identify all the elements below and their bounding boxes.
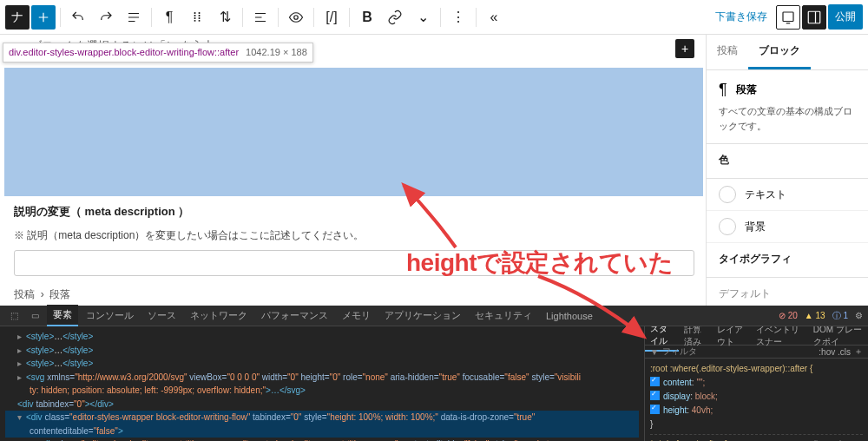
paragraph-icon: ¶ — [719, 81, 727, 99]
swatch-icon — [719, 218, 736, 235]
more-icon[interactable]: ⋮ — [445, 4, 471, 30]
meta-title: 説明の変更（ meta description ） — [14, 204, 694, 220]
section-typography: タイポグラフィ — [719, 252, 856, 267]
chevron-down-icon[interactable]: ⌄ — [410, 4, 436, 30]
dom-tree[interactable]: ▸<style>…</style> ▸<style>…</style> ▸<st… — [0, 326, 644, 441]
devtools-tab-console[interactable]: コンソール — [80, 306, 140, 326]
meta-help-text: ※ 説明（meta description）を変更したい場合はここに記述してくだ… — [14, 228, 694, 243]
annotation-text: heightで設定されていた — [406, 247, 673, 280]
chevron-up-down-icon[interactable]: ⇅ — [212, 4, 238, 30]
settings-panel-button[interactable] — [802, 5, 826, 30]
color-bg-row[interactable]: 背景 — [707, 211, 868, 243]
align-button[interactable] — [247, 4, 273, 30]
css-rule[interactable]: editor-styl…73 *, *::before, *::after { … — [650, 438, 863, 441]
devtools-tab-memory[interactable]: メモリ — [336, 306, 377, 326]
tab-block[interactable]: ブロック — [748, 35, 811, 69]
site-logo[interactable]: ナ — [5, 5, 30, 30]
styles-panel: スタイル 計算済み レイアウト イベントリスナー DOM ブレークポイ ▼ フィ… — [644, 326, 868, 441]
info-count[interactable]: ⓘ 1 — [832, 310, 848, 322]
tab-post[interactable]: 投稿 — [707, 35, 748, 69]
svg-rect-2 — [808, 11, 820, 23]
responsive-preview-button[interactable] — [776, 5, 800, 30]
block-name: 段落 — [736, 82, 757, 97]
undo-button[interactable] — [65, 4, 91, 30]
devtools-tab-application[interactable]: アプリケーション — [378, 306, 467, 326]
css-rule[interactable]: :root :where(.editor-styles-wrapper)::af… — [650, 362, 863, 435]
warning-count[interactable]: ▲ 13 — [805, 311, 825, 320]
section-color: 色 — [719, 153, 856, 168]
breadcrumb-current: 段落 — [49, 288, 70, 300]
devtools-tab-elements[interactable]: 要素 — [47, 305, 78, 326]
devtools-tab-security[interactable]: セキュリティ — [469, 306, 538, 326]
list-view-button[interactable] — [121, 4, 147, 30]
bold-button[interactable]: B — [354, 4, 380, 30]
settings-sidebar: 投稿 ブロック ¶ 段落 すべての文章の基本の構成ブロックです。 色 テキスト … — [706, 35, 868, 306]
devtools-panel: ⬚ ▭ 要素 コンソール ソース ネットワーク パフォーマンス メモリ アプリケ… — [0, 306, 868, 441]
filter-icon: ▼ — [650, 347, 659, 357]
device-icon[interactable]: ▭ — [26, 307, 43, 325]
drag-icon[interactable]: ⁞⁞ — [184, 4, 210, 30]
block-description: すべての文章の基本の構成ブロックです。 — [719, 104, 856, 133]
filter-input[interactable]: フィルタ — [662, 346, 697, 358]
color-text-row[interactable]: テキスト — [707, 179, 868, 211]
inspect-icon[interactable]: ⬚ — [5, 307, 23, 325]
devtools-tab-lighthouse[interactable]: Lighthouse — [540, 307, 599, 325]
inspector-tooltip: div.editor-styles-wrapper.block-editor-w… — [3, 43, 313, 63]
breadcrumb-root[interactable]: 投稿 — [14, 288, 35, 300]
svg-rect-1 — [783, 12, 793, 22]
publish-button[interactable]: 公開 — [828, 4, 863, 30]
inline-add-block-button[interactable]: + — [675, 39, 694, 58]
collapse-icon[interactable]: « — [481, 4, 507, 30]
hov-cls-toggle[interactable]: :hov .cls — [819, 347, 851, 357]
shortcode-icon[interactable]: [/] — [319, 4, 345, 30]
tooltip-selector: div.editor-styles-wrapper.block-editor-w… — [9, 46, 239, 59]
highlighted-pseudo-element — [4, 68, 703, 196]
devtools-tab-network[interactable]: ネットワーク — [184, 306, 253, 326]
sidebar-tabs: 投稿 ブロック — [707, 35, 868, 70]
section-default: デフォルト — [719, 287, 771, 299]
devtools-settings-icon[interactable]: ⚙ — [855, 311, 863, 320]
paragraph-icon[interactable]: ¶ — [156, 4, 182, 30]
block-breadcrumb: 投稿 › 段落 — [14, 287, 70, 302]
link-button[interactable] — [382, 4, 408, 30]
new-rule-icon[interactable]: ＋ — [854, 346, 863, 358]
save-draft-link[interactable]: 下書き保存 — [708, 10, 774, 24]
devtools-tabbar: ⬚ ▭ 要素 コンソール ソース ネットワーク パフォーマンス メモリ アプリケ… — [0, 306, 868, 326]
tooltip-dimensions: 1042.19 × 188 — [246, 46, 307, 59]
devtools-tab-performance[interactable]: パフォーマンス — [255, 306, 334, 326]
add-block-button[interactable] — [31, 5, 56, 30]
swatch-icon — [719, 186, 736, 203]
editor-toolbar: ナ ¶ ⁞⁞ ⇅ [/] B ⌄ ⋮ « 下書き保存 公開 — [0, 0, 868, 35]
preview-icon[interactable] — [283, 4, 309, 30]
error-count[interactable]: ⊘ 20 — [779, 311, 798, 320]
redo-button[interactable] — [93, 4, 119, 30]
svg-point-0 — [294, 15, 299, 19]
devtools-tab-sources[interactable]: ソース — [141, 306, 182, 326]
block-info: ¶ 段落 すべての文章の基本の構成ブロックです。 — [707, 70, 868, 144]
